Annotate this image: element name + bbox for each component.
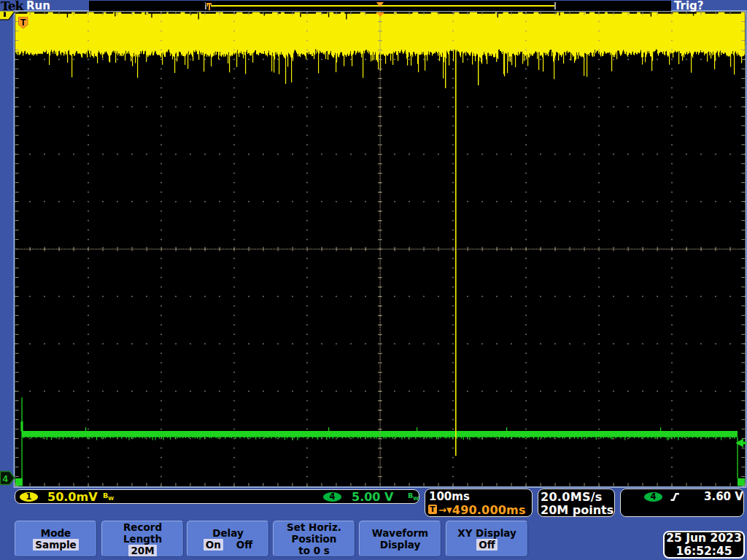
menu-button-label: XY Display [446, 527, 527, 539]
acquisition-status: Run [26, 0, 50, 12]
delay-arrow-icon: → [438, 505, 446, 516]
menu-button-label: Set Horiz. [274, 521, 355, 533]
channel1-scale: 50.0mV [47, 490, 98, 504]
menu-button-xy-display[interactable]: XY DisplayOff [446, 521, 528, 557]
trigger-level: 3.60 V [704, 490, 743, 503]
trigger-source-badge: 4 [644, 492, 662, 502]
record-view-trigger-icon [206, 2, 213, 11]
tek-logo: Tek [1, 0, 23, 13]
menu-option-off[interactable]: Off [476, 539, 497, 551]
channel4-bandwidth-icon: BW [408, 491, 419, 502]
rising-edge-icon [670, 491, 683, 502]
menu-button-label: Mode [15, 527, 96, 539]
horizontal-readout-box: 100ms T→▼490.000ms [425, 489, 533, 517]
channel1-bandwidth-icon: BW [103, 491, 114, 502]
menu-option-20m[interactable]: 20M [128, 545, 156, 556]
channel4-badge: 4 [323, 492, 341, 502]
acquisition-readout-box: 20.0MS/s 20M points [538, 489, 615, 517]
delay-value: 490.000ms [452, 503, 526, 517]
menu-option-on[interactable]: On [204, 539, 223, 551]
horizontal-scale: 100ms [429, 490, 470, 503]
trigger-status: Trig? [674, 0, 704, 12]
trigger-shield-label: T [20, 17, 26, 28]
menu-button-label: Length [102, 533, 183, 545]
menu-button-label: Delay [187, 527, 268, 539]
sample-rate: 20.0MS/s [541, 490, 603, 504]
horizontal-delay: T→▼490.000ms [428, 503, 526, 517]
channel-readout-box: 1 50.0mV BW 4 5.00 V BW [15, 489, 419, 504]
record-view-bar [89, 1, 671, 11]
delay-marker-icon: ▼ [446, 506, 452, 514]
menu-button-label: Position [274, 533, 355, 545]
channel1-badge: 1 [20, 492, 38, 502]
menu-button-mode[interactable]: ModeSample [15, 521, 97, 557]
time-label: 16:52:45 [665, 545, 743, 559]
channel4-marker-label: 4 [3, 473, 9, 484]
menu-button-label: Waveform [360, 527, 441, 539]
record-points: 20M points [541, 503, 614, 517]
graticule-display: 4T [0, 0, 747, 560]
trigger-readout-box: 4 3.60 V [620, 489, 744, 517]
menu-button-label: Display [360, 539, 441, 551]
menu-button-label: Record [102, 521, 183, 533]
menu-option-off[interactable]: Off [236, 539, 252, 551]
menu-button-set-horiz-position[interactable]: Set Horiz.Positionto 0 s [273, 521, 355, 557]
menu-button-delay[interactable]: DelayOnOff [187, 521, 269, 557]
menu-button-record-length[interactable]: RecordLength20M [101, 521, 184, 557]
menu-option-sample[interactable]: Sample [33, 539, 78, 551]
menu-button-waveform-display[interactable]: WaveformDisplay [359, 521, 441, 557]
datetime-box: 25 Jun 2023 16:52:45 [663, 531, 745, 559]
channel4-scale: 5.00 V [352, 490, 393, 504]
menu-button-label: to 0 s [274, 545, 355, 556]
date-label: 25 Jun 2023 [665, 532, 743, 545]
record-view-position-icon [376, 2, 384, 7]
record-view-right-bracket [554, 2, 556, 9]
delay-trigger-icon: T [428, 505, 437, 514]
